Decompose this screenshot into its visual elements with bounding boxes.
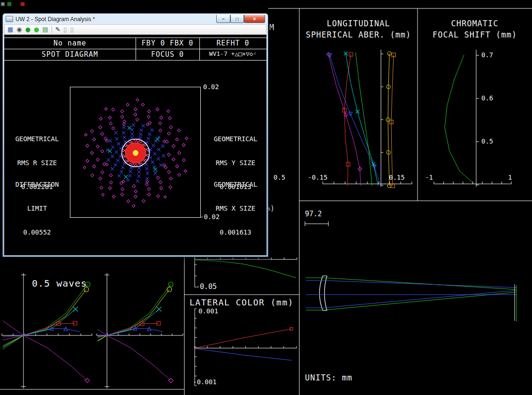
rms-x-size-label: GEOMETRICAL RMS X SIZE 0.001613 (207, 165, 264, 252)
cfs-ytick-05: 0.5 (481, 137, 493, 145)
spot-diagram-icon[interactable]: ◉ (16, 26, 22, 33)
label-line: GEOMETRICAL (207, 135, 264, 143)
desktop-icon-1[interactable]: ▣ (1, 0, 5, 7)
rms-x-value: 0.001613 (207, 228, 264, 236)
hidden-title-fragment-m: M (269, 23, 274, 32)
psf-green-icon[interactable]: ● (34, 26, 39, 33)
lens-name: No name (4, 39, 136, 47)
page-icon-2[interactable]: ▯ (70, 26, 74, 33)
window-title: UW 2 - Spot Diagram Analysis * (15, 16, 216, 23)
window-controls: – □ × (216, 15, 265, 23)
lateral-ymin-label: -0.001 (193, 378, 217, 386)
analysis-name: SPOT DIAGRAM (4, 50, 136, 59)
plot-icon[interactable]: ▤ (42, 26, 48, 33)
cfs-xmin-label: -1 (425, 174, 433, 181)
window-titlebar[interactable]: UW 2 - Spot Diagram Analysis * – □ × (3, 14, 268, 24)
lateral-ymax-label: 0.001 (198, 307, 218, 315)
diffraction-limit-label: DIFFRACTION LIMIT 0.00552 (8, 165, 66, 252)
page-icon-1[interactable]: ▯ (64, 26, 67, 33)
label-line: DIFFRACTION (8, 181, 66, 189)
spot-window-content: No name SPOT DIAGRAM FBY 0 FBX 0 FOCUS 0… (4, 35, 266, 255)
focus-value: FOCUS 0 (136, 50, 199, 59)
rayfan-scale-label: 0.5 waves (32, 278, 87, 289)
close-button[interactable]: × (244, 15, 265, 23)
lsa-xmin-label: -0.15 (308, 174, 327, 181)
spot-green-icon[interactable]: ● (25, 26, 30, 33)
minimize-button[interactable]: – (216, 15, 230, 23)
wavelength-legend: WV1-7 +△□×▽◇◦ (199, 50, 266, 57)
layout-units-label: UNITS: mm (305, 373, 352, 382)
toolbar-separator (52, 26, 52, 33)
spot-frame (70, 87, 201, 218)
desktop-icon-2[interactable]: ▤ (8, 0, 11, 7)
hidden-scale-fragment: 0.5 (274, 174, 285, 181)
lsa-xmax-label: 0.15 (389, 174, 405, 181)
cfs-ytick-06: 0.6 (481, 94, 493, 102)
pen-tool-icon[interactable]: ✎ (55, 26, 61, 33)
table-line (4, 60, 266, 61)
label-line: RMS X SIZE (207, 205, 264, 213)
label-line: LIMIT (8, 205, 66, 213)
field-point: FBY 0 FBX 0 (136, 39, 199, 47)
lsa-title-line1: LONGITUDINAL (300, 19, 417, 28)
cfs-title-line2: FOCAL SHIFT (mm) (418, 30, 532, 39)
diffraction-limit-value: 0.00552 (8, 228, 66, 236)
label-line: GEOMETRICAL (207, 181, 264, 189)
desktop: ▣ ▤ ▦ LONGITUDINAL SPHERICAL ABER. (mm) … (0, 0, 532, 395)
cfs-title-line1: CHROMATIC (418, 19, 532, 28)
layout-scale-label: 97.2 (305, 210, 322, 218)
lsa-title-line2: SPHERICAL ABER. (mm) (300, 30, 417, 39)
desktop-icon-3[interactable]: ▦ (21, 0, 24, 7)
spot-diagram-window: UW 2 - Spot Diagram Analysis * – □ × ▦ ◉… (2, 13, 268, 257)
cfs-ytick-07: 0.7 (481, 51, 493, 59)
cfs-xmax-label: 1 (508, 174, 512, 181)
spot-scale-top: 0.02 (203, 83, 219, 91)
refht-value: REFHT 0 (199, 39, 266, 47)
lateral-color-title: LATERAL COLOR (mm) (190, 297, 294, 307)
window-toolbar: ▦ ◉ ● ● ▤ ✎ ▯ ▯ (4, 24, 266, 35)
spot-pattern (70, 87, 200, 217)
distortion-ymin-label: -0.05 (196, 282, 217, 291)
spreadsheet-icon[interactable]: ▦ (8, 26, 13, 33)
window-icon (6, 16, 13, 22)
maximize-button[interactable]: □ (230, 15, 244, 23)
label-line: GEOMETRICAL (8, 135, 66, 143)
